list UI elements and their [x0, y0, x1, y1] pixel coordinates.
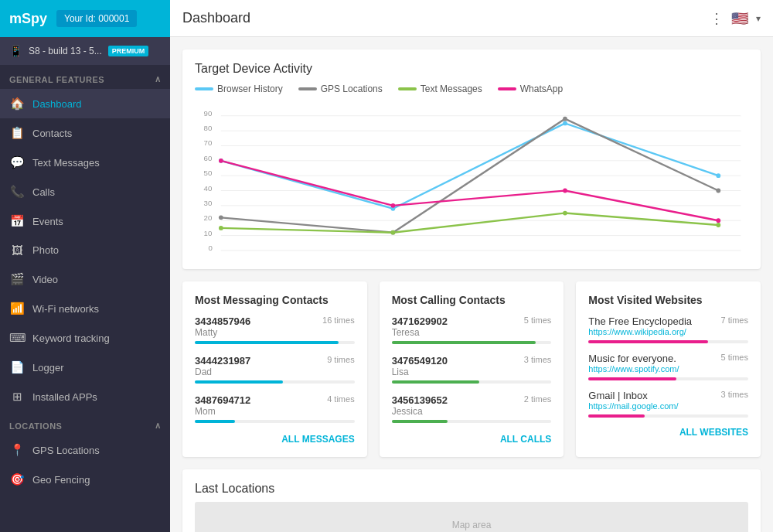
language-flag: 🇺🇸: [731, 10, 748, 27]
activity-svg: 0 10 20 30 40 50 60 70 80 90: [195, 102, 748, 257]
website-item-3: Gmail | Inbox https://mail.google.com/ 3…: [588, 390, 748, 418]
web-bar-2: [588, 377, 676, 380]
sidebar-item-geofencing[interactable]: 🎯 Geo Fencing: [0, 465, 170, 494]
sidebar-header: mSpy Your Id: 000001: [0, 0, 170, 37]
device-bar: 📱 S8 - build 13 - 5... PREMIUM: [0, 37, 170, 65]
sidebar-item-dashboard[interactable]: 🏠 Dashboard: [0, 89, 170, 118]
svg-text:2020-02: 2020-02: [367, 254, 394, 257]
logo: mSpy: [9, 11, 47, 27]
websites-title: Most Visited Websites: [588, 294, 748, 306]
messaging-contact-2: 3444231987 9 times Dad: [195, 355, 355, 384]
home-icon: 🏠: [9, 97, 25, 111]
sidebar: mSpy Your Id: 000001 📱 S8 - build 13 - 5…: [0, 0, 170, 532]
call-bar-1: [392, 341, 536, 344]
main-content: Dashboard ⋮ 🇺🇸 ▾ Target Device Activity …: [170, 0, 773, 532]
call-bar-2: [392, 380, 480, 384]
all-calls-link[interactable]: ALL CALLS: [392, 434, 552, 445]
events-icon: 📅: [9, 214, 25, 228]
messaging-title: Most Messaging Contacts: [195, 294, 355, 306]
top-bar-right: ⋮ 🇺🇸 ▾: [710, 10, 761, 27]
svg-text:70: 70: [204, 138, 213, 147]
svg-point-27: [716, 173, 720, 178]
svg-point-34: [563, 211, 567, 216]
svg-text:40: 40: [204, 184, 213, 193]
calling-card: Most Calling Contacts 3471629902 5 times…: [380, 281, 564, 457]
svg-text:2020-03: 2020-03: [539, 254, 566, 257]
legend-color-text: [398, 87, 417, 90]
msg-bar-2: [195, 380, 283, 384]
web-bar-1: [588, 340, 708, 343]
sidebar-item-keyword[interactable]: ⌨ Keyword tracking: [0, 323, 170, 353]
calling-title: Most Calling Contacts: [392, 294, 552, 306]
device-icon: 📱: [9, 45, 22, 57]
sidebar-item-gps[interactable]: 📍 GPS Locations: [0, 435, 170, 465]
svg-point-35: [716, 223, 720, 227]
svg-point-30: [563, 117, 567, 121]
keyword-icon: ⌨: [9, 331, 25, 345]
svg-text:20: 20: [204, 213, 213, 222]
user-id-badge: Your Id: 000001: [56, 10, 137, 27]
svg-text:60: 60: [204, 154, 213, 162]
text-messages-icon: 💬: [9, 155, 25, 169]
website-item-2: Music for everyone. https://www.spotify.…: [588, 353, 748, 380]
sidebar-item-contacts[interactable]: 📋 Contacts: [0, 118, 170, 148]
website-item-1: The Free Encyclopedia https://www.wikipe…: [588, 315, 748, 343]
legend-color-browser: [195, 87, 213, 90]
calling-contact-3: 3456139652 2 times Jessica: [392, 394, 552, 423]
sidebar-item-text-messages[interactable]: 💬 Text Messages: [0, 148, 170, 177]
sidebar-item-calls[interactable]: 📞 Calls: [0, 177, 170, 206]
chart-area: 0 10 20 30 40 50 60 70 80 90: [195, 102, 748, 257]
legend-text: Text Messages: [398, 84, 482, 94]
geofencing-icon: 🎯: [9, 472, 25, 486]
sidebar-item-video[interactable]: 🎬 Video: [0, 264, 170, 294]
svg-point-31: [716, 189, 720, 193]
last-locations-title: Last Locations: [195, 482, 748, 496]
messaging-contact-1: 3434857946 16 times Matty: [195, 315, 355, 344]
gps-icon: 📍: [9, 443, 25, 457]
svg-point-37: [391, 203, 396, 208]
activity-chart-card: Target Device Activity Browser History G…: [182, 49, 761, 269]
svg-point-32: [219, 226, 223, 230]
legend-gps: GPS Locations: [298, 84, 383, 94]
video-icon: 🎬: [9, 272, 25, 286]
contacts-icon: 📋: [9, 126, 25, 140]
apps-icon: ⊞: [9, 390, 25, 404]
last-locations-card: Last Locations Map area: [182, 469, 761, 532]
stat-cards-row: Most Messaging Contacts 3434857946 16 ti…: [182, 281, 761, 457]
wifi-icon: 📶: [9, 302, 25, 315]
svg-point-39: [716, 218, 720, 223]
sidebar-item-logger[interactable]: 📄 Logger: [0, 353, 170, 382]
svg-text:2020-04: 2020-04: [696, 254, 724, 257]
line-text: [221, 213, 718, 233]
language-chevron-icon[interactable]: ▾: [756, 13, 761, 24]
svg-point-28: [219, 215, 223, 220]
svg-text:2020-01: 2020-01: [221, 254, 248, 257]
messaging-contact-3: 3487694712 4 times Mom: [195, 394, 355, 423]
calling-contact-2: 3476549120 3 times Lisa: [392, 355, 552, 384]
svg-point-36: [219, 159, 223, 163]
svg-point-33: [391, 230, 396, 235]
more-options-button[interactable]: ⋮: [710, 10, 724, 27]
call-bar-3: [392, 420, 448, 423]
sidebar-item-apps[interactable]: ⊞ Installed APPs: [0, 382, 170, 411]
svg-text:30: 30: [204, 199, 213, 207]
photo-icon: 🖼: [9, 244, 25, 257]
web-bar-3: [588, 414, 644, 418]
sidebar-item-events[interactable]: 📅 Events: [0, 206, 170, 236]
websites-card: Most Visited Websites The Free Encyclope…: [576, 281, 761, 457]
msg-bar-3: [195, 420, 235, 423]
svg-text:10: 10: [204, 229, 213, 237]
sidebar-item-wifi[interactable]: 📶 Wi-Fi networks: [0, 294, 170, 323]
sidebar-item-photo[interactable]: 🖼 Photo: [0, 236, 170, 264]
svg-text:90: 90: [204, 109, 213, 118]
line-browser: [221, 123, 718, 208]
msg-bar-1: [195, 341, 339, 344]
svg-text:80: 80: [204, 124, 213, 132]
premium-badge: PREMIUM: [108, 46, 149, 56]
chart-title: Target Device Activity: [195, 62, 748, 76]
messaging-card: Most Messaging Contacts 3434857946 16 ti…: [182, 281, 367, 457]
all-messages-link[interactable]: ALL MESSAGES: [195, 434, 355, 445]
all-websites-link[interactable]: ALL WEBSITES: [588, 427, 748, 438]
legend-color-whatsapp: [498, 87, 516, 90]
top-bar: Dashboard ⋮ 🇺🇸 ▾: [170, 0, 773, 37]
